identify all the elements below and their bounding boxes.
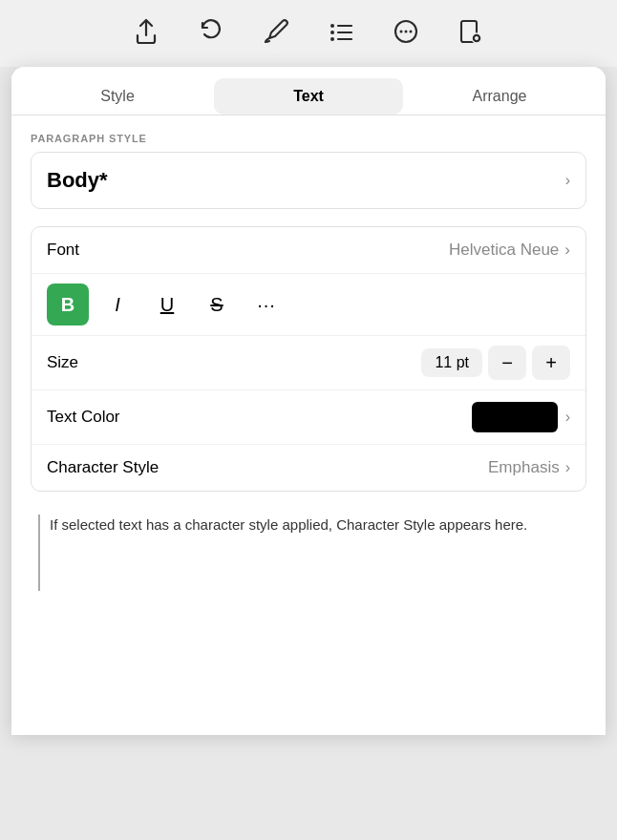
more-ellipsis-icon[interactable] (391, 16, 421, 47)
size-row: Size 11 pt − + (32, 336, 585, 390)
paintbrush-icon[interactable] (261, 16, 291, 47)
underline-button[interactable]: U (146, 284, 188, 326)
text-color-swatch (472, 402, 558, 432)
toolbar (0, 0, 617, 67)
size-controls: 11 pt − + (421, 346, 570, 380)
list-icon[interactable] (326, 16, 356, 47)
character-style-value: Emphasis (488, 458, 560, 477)
font-value: Helvetica Neue › (449, 241, 570, 260)
paragraph-style-chevron-icon: › (565, 172, 570, 189)
svg-point-1 (330, 31, 334, 34)
paragraph-style-label: PARAGRAPH STYLE (31, 116, 586, 152)
paragraph-style-row[interactable]: Body* › (31, 152, 586, 209)
tab-bar: Style Text Arrange (11, 67, 606, 116)
tab-style[interactable]: Style (23, 78, 212, 115)
more-text-style-button[interactable]: ··· (245, 284, 287, 326)
svg-point-0 (330, 24, 334, 28)
tab-text[interactable]: Text (214, 78, 403, 115)
share-icon[interactable] (131, 16, 161, 47)
tooltip-section: If selected text has a character style a… (31, 514, 586, 591)
text-color-label: Text Color (47, 408, 472, 427)
tooltip-line (38, 514, 40, 591)
doc-settings-icon[interactable] (456, 16, 486, 47)
size-label: Size (47, 353, 421, 372)
tab-arrange[interactable]: Arrange (405, 78, 594, 115)
paragraph-style-value: Body* (47, 168, 108, 193)
text-color-row[interactable]: Text Color › (32, 390, 585, 445)
character-style-chevron-icon: › (565, 459, 570, 476)
italic-button[interactable]: I (96, 284, 138, 326)
font-chevron-icon: › (564, 241, 570, 260)
character-style-label: Character Style (47, 458, 488, 477)
strikethrough-button[interactable]: S (196, 284, 238, 326)
svg-point-8 (405, 31, 408, 33)
format-panel: Style Text Arrange PARAGRAPH STYLE Body*… (11, 67, 606, 735)
svg-point-7 (400, 31, 403, 33)
svg-point-2 (330, 37, 334, 41)
bold-button[interactable]: B (47, 284, 89, 326)
character-style-row[interactable]: Character Style Emphasis › (32, 445, 585, 491)
size-value: 11 pt (421, 348, 482, 377)
font-label: Font (47, 241, 79, 260)
svg-point-9 (410, 31, 413, 33)
text-style-row: B I U S ··· (32, 274, 585, 336)
size-decrease-button[interactable]: − (488, 346, 526, 380)
font-row[interactable]: Font Helvetica Neue › (32, 227, 585, 274)
undo-icon[interactable] (196, 16, 226, 47)
panel-content: PARAGRAPH STYLE Body* › Font Helvetica N… (11, 116, 606, 610)
tooltip-text: If selected text has a character style a… (50, 514, 527, 591)
svg-point-12 (475, 36, 479, 40)
size-increase-button[interactable]: + (532, 346, 570, 380)
text-color-chevron-icon: › (565, 409, 570, 426)
font-section: Font Helvetica Neue › B I U S ··· Size (31, 226, 586, 492)
